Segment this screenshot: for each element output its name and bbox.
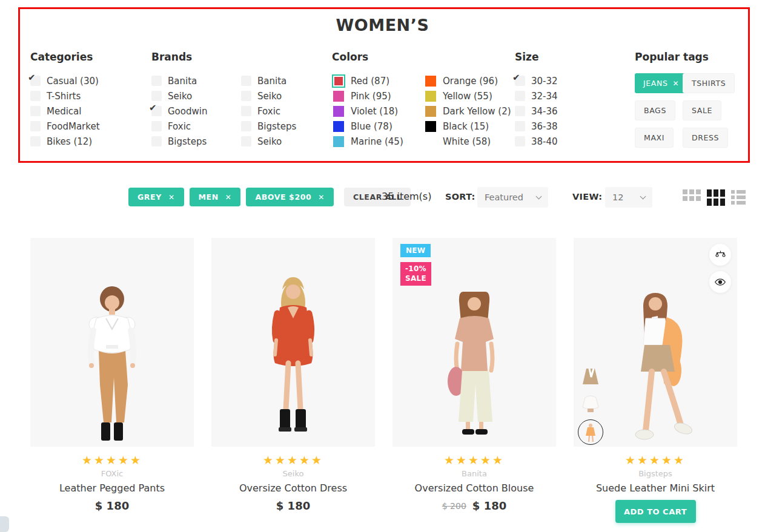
checkbox[interactable] <box>30 91 41 101</box>
checkbox-checked[interactable]: ✔ <box>515 76 525 86</box>
category-option-bikes[interactable]: Bikes (12) <box>30 134 100 149</box>
brand-option[interactable]: Seiko <box>151 88 207 103</box>
category-option-foodmarket[interactable]: FoodMarket <box>30 119 100 134</box>
product-card: ★★★★★ FOXic Leather Pegged Pants $ 180 <box>30 238 194 512</box>
color-swatch[interactable] <box>424 120 437 133</box>
thumbnail-skirt[interactable] <box>579 364 602 389</box>
color-option-orange[interactable]: Orange (96) <box>424 73 511 88</box>
product-image[interactable]: NEW -10%SALE <box>392 238 556 447</box>
brand-option-goodwin[interactable]: ✔Goodwin <box>151 103 207 119</box>
star-rating: ★★★★★ <box>574 455 737 466</box>
tag-maxi[interactable]: MAXI <box>635 128 674 148</box>
close-icon[interactable]: ✕ <box>318 193 325 202</box>
thumbnail-full-look-active[interactable] <box>578 419 603 445</box>
close-icon[interactable]: ✕ <box>672 79 679 88</box>
color-option-marine[interactable]: Marine (45) <box>332 134 403 149</box>
chip-grey[interactable]: GREY✕ <box>128 188 184 206</box>
grid-view-3col-icon-active[interactable] <box>707 189 725 206</box>
tag-dress[interactable]: DRESS <box>683 128 728 148</box>
product-hover-actions <box>709 244 731 293</box>
color-swatch[interactable] <box>424 74 437 88</box>
category-option-tshirts[interactable]: T-Shirts <box>30 88 100 103</box>
product-image[interactable] <box>211 238 375 447</box>
checkbox[interactable] <box>515 106 525 116</box>
close-icon[interactable]: ✕ <box>168 193 175 202</box>
color-option-blue[interactable]: Blue (78) <box>332 119 403 134</box>
product-card: ★★★★★ Seiko Oversize Cotton Dress $ 180 <box>211 238 375 512</box>
checkbox[interactable] <box>241 76 251 86</box>
color-option-violet[interactable]: Violet (18) <box>332 103 403 119</box>
checkbox[interactable] <box>151 76 162 86</box>
view-count-select[interactable]: 12 <box>605 187 652 208</box>
color-swatch[interactable] <box>332 120 345 133</box>
sort-select[interactable]: Featured <box>477 187 548 208</box>
brand-option[interactable]: Seiko <box>241 88 296 103</box>
checkbox[interactable] <box>151 91 162 101</box>
product-photo-oversize-cotton-dress <box>227 265 360 447</box>
checkbox[interactable] <box>241 91 251 101</box>
brand-option[interactable]: Banita <box>151 73 207 88</box>
color-option-red[interactable]: Red (87) <box>332 73 403 88</box>
product-name[interactable]: Suede Leather Mini Skirt <box>574 482 737 494</box>
color-option-yellow[interactable]: Yellow (55) <box>424 88 511 103</box>
checkbox[interactable] <box>30 136 41 146</box>
checkbox[interactable] <box>30 121 41 131</box>
checkbox[interactable] <box>241 121 251 131</box>
brand-option[interactable]: Seiko <box>241 134 296 149</box>
checkbox[interactable] <box>515 136 525 146</box>
product-image[interactable] <box>30 238 194 447</box>
color-swatch[interactable] <box>424 105 437 118</box>
checkbox-checked[interactable]: ✔ <box>151 106 162 116</box>
brand-option[interactable]: Foxic <box>151 119 207 134</box>
thumbnail-blouse[interactable] <box>579 392 602 417</box>
size-option-30-32[interactable]: ✔30-32 <box>515 73 558 88</box>
size-option-32-34[interactable]: 32-34 <box>515 88 558 103</box>
compare-button[interactable] <box>709 244 731 266</box>
tag-bags[interactable]: BAGS <box>635 100 675 120</box>
add-to-cart-button[interactable]: ADD TO CART <box>615 500 696 523</box>
scales-icon <box>715 249 726 261</box>
color-option-pink[interactable]: Pink (95) <box>332 88 403 103</box>
brand-option[interactable]: Banita <box>241 73 296 88</box>
checkbox[interactable] <box>151 121 162 131</box>
list-view-icon[interactable] <box>731 190 746 205</box>
product-image[interactable] <box>574 238 737 447</box>
chip-above-200[interactable]: ABOVE $200✕ <box>246 188 334 206</box>
checkbox[interactable] <box>241 136 251 146</box>
checkbox[interactable] <box>515 91 525 101</box>
checkbox[interactable] <box>515 121 525 131</box>
brand-option[interactable]: Foxic <box>241 103 296 119</box>
color-swatch[interactable] <box>332 105 345 118</box>
size-option-36-38[interactable]: 36-38 <box>515 119 558 134</box>
product-name[interactable]: Leather Pegged Pants <box>30 482 194 494</box>
chip-men[interactable]: MEN✕ <box>190 188 241 206</box>
color-swatch[interactable] <box>332 135 345 148</box>
checkbox[interactable] <box>241 106 251 116</box>
product-name[interactable]: Oversized Cotton Blouse <box>392 482 556 494</box>
color-swatch[interactable] <box>424 135 437 148</box>
product-name[interactable]: Oversize Cotton Dress <box>211 482 375 494</box>
category-option-casual[interactable]: ✔Casual (30) <box>30 73 100 88</box>
color-option-black[interactable]: Black (15) <box>424 119 511 134</box>
size-option-38-40[interactable]: 38-40 <box>515 134 558 149</box>
color-option-white[interactable]: White (58) <box>424 134 511 149</box>
color-swatch-selected[interactable] <box>332 74 345 88</box>
category-option-medical[interactable]: Medical <box>30 103 100 119</box>
tag-tshirts[interactable]: TSHIRTS <box>683 73 735 93</box>
tag-sale[interactable]: SALE <box>683 100 721 120</box>
color-swatch[interactable] <box>332 90 345 103</box>
grid-view-4col-icon[interactable] <box>683 189 701 201</box>
checkbox-checked[interactable]: ✔ <box>30 76 41 86</box>
product-brand: Bigsteps <box>574 469 737 478</box>
close-icon[interactable]: ✕ <box>225 193 232 202</box>
brand-option[interactable]: Bigsteps <box>151 134 207 149</box>
brand-option[interactable]: Bigsteps <box>241 119 296 134</box>
checkbox[interactable] <box>151 136 162 146</box>
checkbox[interactable] <box>30 106 41 116</box>
color-swatch[interactable] <box>424 90 437 103</box>
tag-jeans-active[interactable]: JEANS✕ <box>635 73 687 93</box>
size-option-34-36[interactable]: 34-36 <box>515 103 558 119</box>
scroll-widget[interactable] <box>0 516 9 532</box>
quick-view-button[interactable] <box>709 271 731 293</box>
color-option-darkyellow[interactable]: Dark Yellow (2) <box>424 103 511 119</box>
